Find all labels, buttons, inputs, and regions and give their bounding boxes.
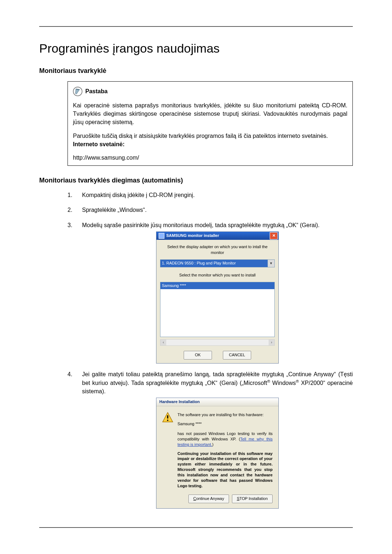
install-steps: Kompaktinį diską įdėkite į CD-ROM įrengi… [68, 191, 353, 508]
note-p2-text: Paruoškite tuščią diską ir atsisiųskite … [73, 133, 328, 139]
note-paragraph-2: Paruoškite tuščią diską ir atsisiųskite … [73, 132, 347, 148]
app-icon [159, 233, 164, 239]
bottom-rule [39, 527, 353, 528]
hw-p2b: ) [212, 442, 213, 447]
installer-button-row: OK CANCEL [160, 351, 275, 360]
note-box: Pastaba Kai operacinė sistema paprašys m… [68, 81, 353, 166]
hardware-installation-window: Hardware Installation The software you a… [156, 398, 279, 508]
section-auto-install: Monitoriaus tvarkyklės diegimas (automat… [39, 177, 353, 184]
chevron-down-icon[interactable]: ▾ [268, 260, 274, 267]
adapter-combo-value: 1. RADEON 9550 : Plug and Play Monitor [160, 260, 268, 267]
hw-warning-paragraph: Continuing your installation of this sof… [177, 451, 273, 489]
note-site-label: Interneto svetainė: [73, 141, 124, 147]
installer-body: Select the display adapter on which you … [156, 240, 278, 363]
hw-body: The software you are installing for this… [156, 406, 278, 492]
reg-mark-1: ® [267, 379, 270, 383]
installer-titlebar: SAMSUNG monitor installer ✕ [156, 232, 278, 240]
step-4-text: Jei galite matyti toliau pateiktą praneš… [82, 371, 353, 395]
scroll-right-icon[interactable]: › [269, 340, 274, 345]
svg-rect-2 [167, 415, 168, 419]
note-paragraph-1: Kai operacinė sistema paprašys monitoria… [73, 101, 347, 127]
installer-subhead-1: Select the display adapter on which you … [160, 244, 275, 256]
scroll-left-icon[interactable]: ‹ [160, 340, 166, 345]
document-page: Programinės įrangos naudojimas Monitoria… [0, 0, 392, 554]
hw-line-2: has not passed Windows Logo testing to v… [177, 431, 273, 447]
ok-button[interactable]: OK [184, 351, 212, 360]
continue-underline: C [193, 496, 196, 502]
content-area: Programinės įrangos naudojimas Monitoria… [39, 36, 353, 515]
hw-line-1: The software you are installing for this… [177, 412, 273, 418]
step-4: Jei galite matyti toliau pateiktą praneš… [68, 370, 353, 509]
stop-installation-button[interactable]: STOP Installation [232, 495, 273, 503]
hw-titlebar: Hardware Installation [156, 398, 278, 406]
step-4-mid: Windows [270, 380, 296, 386]
step-3: Modelių sąraše pasirinkite jūsų monitori… [68, 221, 353, 364]
page-title: Programinės įrangos naudojimas [39, 41, 353, 56]
installer-window: SAMSUNG monitor installer ✕ Select the d… [156, 231, 279, 364]
scroll-track[interactable] [166, 340, 269, 345]
step-3-text: Modelių sąraše pasirinkite jūsų monitori… [82, 222, 320, 228]
hw-text: The software you are installing for this… [177, 412, 273, 488]
note-label: Pastaba [85, 87, 107, 95]
hw-device-name: Samsung **** [177, 421, 273, 427]
top-rule [39, 26, 353, 27]
installer-subhead-2: Select the monitor which you want to ins… [160, 272, 275, 278]
step-2: Spragtelėkite „Windows“. [68, 206, 353, 214]
step-1: Kompaktinį diską įdėkite į CD-ROM įrengi… [68, 191, 353, 199]
stop-underline: S [237, 496, 239, 502]
close-icon[interactable]: ✕ [270, 232, 278, 239]
svg-point-3 [167, 420, 168, 421]
continue-anyway-button[interactable]: Continue Anyway [188, 495, 229, 503]
cancel-button[interactable]: CANCEL [223, 351, 251, 360]
note-icon [73, 87, 82, 96]
note-url: http://www.samsung.com/ [73, 153, 347, 162]
monitor-list-item[interactable]: Samsung **** [160, 282, 274, 290]
monitor-listbox[interactable]: Samsung **** [160, 282, 275, 337]
installer-title: SAMSUNG monitor installer [166, 233, 219, 239]
continue-rest: ontinue Anyway [196, 496, 224, 502]
hw-button-row: Continue Anyway STOP Installation [156, 492, 278, 508]
note-header: Pastaba [73, 87, 347, 96]
stop-rest: TOP Installation [240, 496, 268, 502]
installer-title-left: SAMSUNG monitor installer [159, 233, 219, 239]
warning-icon [162, 412, 173, 422]
horizontal-scrollbar[interactable]: ‹ › [160, 339, 275, 346]
adapter-combo[interactable]: 1. RADEON 9550 : Plug and Play Monitor ▾ [160, 259, 275, 267]
section-monitor-driver: Monitoriaus tvarkyklė [39, 67, 353, 75]
